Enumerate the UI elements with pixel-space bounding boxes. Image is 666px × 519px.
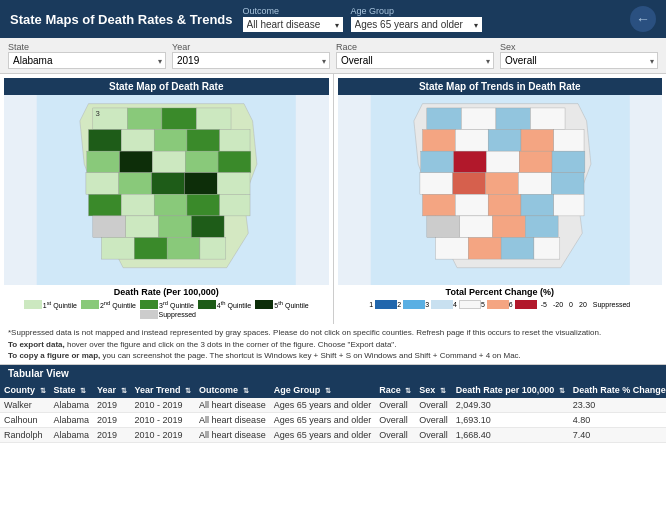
table-row: RandolphAlabama20192010 - 2019All heart …	[0, 427, 666, 442]
pct-num-4: 4	[453, 301, 457, 308]
svg-rect-12	[120, 151, 153, 173]
svg-rect-59	[520, 194, 553, 216]
state-select[interactable]: Alabama	[8, 52, 166, 69]
svg-rect-29	[191, 216, 224, 238]
right-map-container[interactable]	[338, 95, 663, 285]
legend-q2: 2nd Quintile	[81, 300, 136, 309]
outcome-select[interactable]: All heart disease	[243, 17, 343, 32]
left-map-panel: State Map of Death Rate	[0, 74, 334, 324]
suppressed-note: *Suppressed data is not mapped and inste…	[8, 328, 601, 337]
svg-rect-15	[218, 151, 251, 173]
table-cell: Overall	[375, 427, 415, 442]
pct-label-20: 20	[579, 301, 587, 308]
right-map-panel: State Map of Trends in Death Rate	[334, 74, 667, 324]
table-cell: 2019	[93, 412, 131, 427]
svg-rect-9	[187, 130, 220, 152]
sex-select[interactable]: Overall	[500, 52, 658, 69]
table-cell: 7.40	[569, 427, 666, 442]
age-group-label: Age Group	[351, 6, 482, 16]
year-filter-label: Year	[172, 42, 330, 52]
pct-label-n20: -20	[553, 301, 563, 308]
pct-labels: -5 -20 0 20 Suppressed	[541, 301, 630, 308]
race-select-wrapper[interactable]: Overall	[336, 52, 494, 69]
table-cell: 4.80	[569, 412, 666, 427]
svg-rect-8	[154, 130, 187, 152]
svg-rect-3	[127, 108, 162, 130]
data-table: County ⇅ State ⇅ Year ⇅ Year Trend ⇅ Out…	[0, 382, 666, 443]
q4-color	[198, 300, 216, 309]
table-cell: 1,668.40	[452, 427, 569, 442]
svg-rect-38	[461, 108, 496, 130]
filters-bar: State Alabama Year 2019 Race Overall Sex…	[0, 38, 666, 74]
svg-rect-48	[486, 151, 519, 173]
left-map-container[interactable]: 3	[4, 95, 329, 285]
state-select-wrapper[interactable]: Alabama	[8, 52, 166, 69]
svg-rect-49	[519, 151, 552, 173]
col-death-rate-change[interactable]: Death Rate % Change ⇅	[569, 382, 666, 398]
svg-rect-61	[426, 216, 459, 238]
notes-section: *Suppressed data is not mapped and inste…	[0, 324, 666, 365]
q2-label: 2nd Quintile	[100, 300, 136, 309]
age-group-select-wrapper[interactable]: Ages 65 years and older	[351, 17, 482, 32]
svg-rect-24	[187, 194, 220, 216]
state-filter-label: State	[8, 42, 166, 52]
pct-color-3	[431, 300, 453, 309]
svg-rect-23	[154, 194, 187, 216]
q5-color	[255, 300, 273, 309]
col-outcome[interactable]: Outcome ⇅	[195, 382, 270, 398]
year-select-wrapper[interactable]: 2019	[172, 52, 330, 69]
svg-rect-31	[134, 238, 167, 260]
col-age-group[interactable]: Age Group ⇅	[270, 382, 376, 398]
q3-color	[140, 300, 158, 309]
table-cell: Randolph	[0, 427, 50, 442]
sort-state-icon: ⇅	[80, 387, 86, 394]
age-group-select[interactable]: Ages 65 years and older	[351, 17, 482, 32]
pct-color-4	[459, 300, 481, 309]
col-year-trend[interactable]: Year Trend ⇅	[131, 382, 196, 398]
back-button[interactable]: ←	[630, 6, 656, 32]
legend-q4: 4th Quintile	[198, 300, 251, 309]
table-cell: Overall	[415, 427, 452, 442]
outcome-label: Outcome	[243, 6, 343, 16]
svg-rect-33	[200, 238, 226, 260]
col-county[interactable]: County ⇅	[0, 382, 50, 398]
svg-rect-57	[455, 194, 488, 216]
svg-rect-18	[152, 173, 185, 195]
col-death-rate[interactable]: Death Rate per 100,000 ⇅	[452, 382, 569, 398]
svg-rect-58	[488, 194, 521, 216]
pct-color-1	[375, 300, 397, 309]
svg-rect-32	[167, 238, 200, 260]
right-map-caption: Total Percent Change (%)	[338, 285, 663, 299]
table-cell: 2019	[93, 427, 131, 442]
table-wrapper[interactable]: County ⇅ State ⇅ Year ⇅ Year Trend ⇅ Out…	[0, 382, 666, 443]
svg-rect-50	[552, 151, 585, 173]
race-select[interactable]: Overall	[336, 52, 494, 69]
q1-color	[24, 300, 42, 309]
outcome-group: Outcome All heart disease	[243, 6, 343, 32]
pct-color-5	[487, 300, 509, 309]
svg-rect-68	[533, 238, 559, 260]
sort-county-icon: ⇅	[40, 387, 46, 394]
pct-num-2: 2	[397, 301, 401, 308]
outcome-select-wrapper[interactable]: All heart disease	[243, 17, 343, 32]
svg-rect-60	[553, 194, 583, 216]
pct-scale: 1 2 3 4 5 6	[369, 300, 536, 309]
col-race[interactable]: Race ⇅	[375, 382, 415, 398]
sex-select-wrapper[interactable]: Overall	[500, 52, 658, 69]
svg-rect-21	[89, 194, 122, 216]
svg-rect-51	[419, 173, 452, 195]
table-cell: Walker	[0, 398, 50, 413]
q4-label: 4th Quintile	[217, 300, 251, 309]
table-cell: 23.30	[569, 398, 666, 413]
col-state[interactable]: State ⇅	[50, 382, 94, 398]
col-sex[interactable]: Sex ⇅	[415, 382, 452, 398]
year-select[interactable]: 2019	[172, 52, 330, 69]
svg-rect-19	[184, 173, 217, 195]
col-year[interactable]: Year ⇅	[93, 382, 131, 398]
table-cell: 1,693.10	[452, 412, 569, 427]
table-cell: Ages 65 years and older	[270, 398, 376, 413]
svg-rect-66	[468, 238, 501, 260]
svg-rect-30	[101, 238, 134, 260]
right-map-legend: 1 2 3 4 5 6 -5 -20 0 20 Suppressed	[338, 299, 663, 310]
table-row: CalhounAlabama20192010 - 2019All heart d…	[0, 412, 666, 427]
